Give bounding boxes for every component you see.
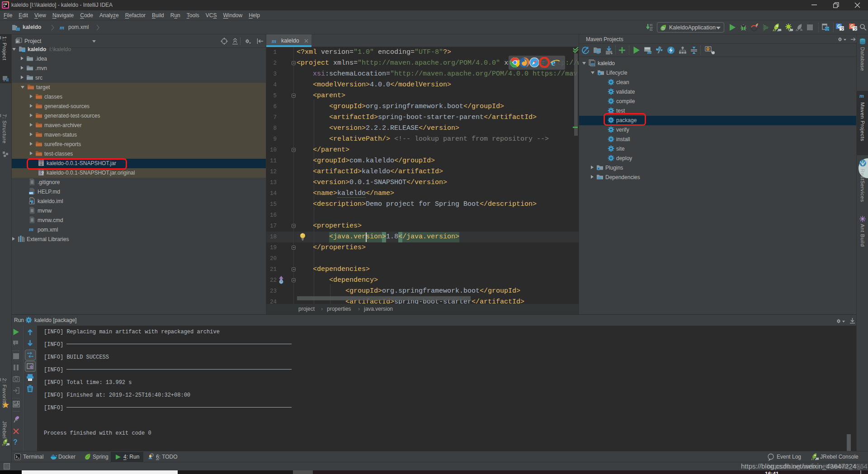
svg-text:MD: MD	[29, 192, 33, 194]
svg-text:P: P	[16, 40, 19, 44]
svg-text:JR: JR	[6, 443, 9, 446]
svg-text:m: m	[647, 49, 651, 54]
svg-text:文: 文	[840, 26, 844, 31]
svg-text:01: 01	[650, 28, 653, 31]
svg-text:m: m	[591, 61, 595, 66]
svg-text:JR: JR	[815, 457, 819, 460]
svg-text:JR: JR	[777, 28, 781, 32]
svg-text:JR: JR	[789, 28, 793, 32]
svg-text:!: !	[15, 341, 16, 345]
svg-text:e: e	[551, 57, 555, 68]
svg-text:文: 文	[854, 26, 857, 31]
svg-text:?: ?	[41, 171, 44, 176]
